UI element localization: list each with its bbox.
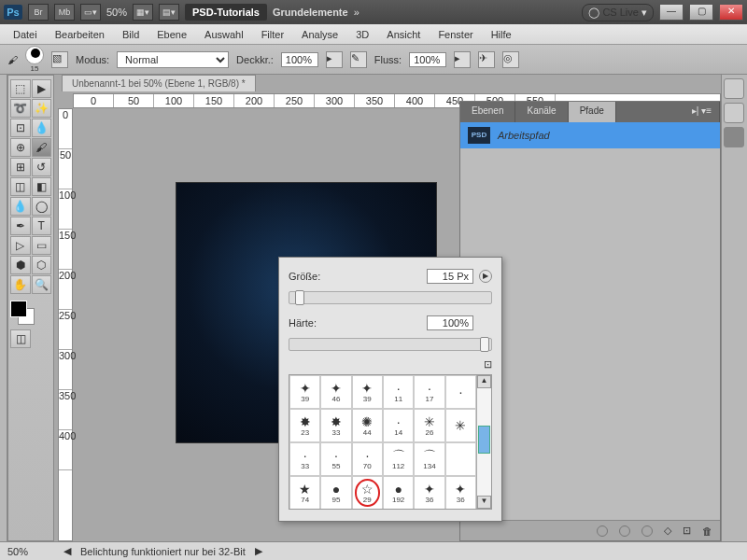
arrange-btn[interactable]: ▦▾	[133, 4, 153, 21]
fill-path-icon[interactable]	[597, 525, 608, 537]
document-tab[interactable]: Unbenannt-1 bei 50% (Ebene 1, RGB/8) *	[62, 75, 256, 91]
brush-preset[interactable]: ✦36	[414, 476, 444, 509]
menu-analyse[interactable]: Analyse	[294, 26, 345, 43]
dock-icon-1[interactable]	[724, 78, 744, 99]
brush-preset[interactable]: ·11	[383, 375, 414, 409]
size-input[interactable]	[427, 269, 473, 284]
menu-hilfe[interactable]: Hilfe	[484, 26, 519, 43]
brush-preset[interactable]: ·55	[320, 442, 351, 476]
status-arrow-right[interactable]: ▶	[255, 545, 262, 557]
menu-bild[interactable]: Bild	[115, 26, 147, 43]
scroll-up[interactable]: ▲	[477, 375, 491, 388]
gradient-tool[interactable]: ◧	[32, 177, 52, 196]
delete-path-icon[interactable]: 🗑	[702, 525, 712, 537]
stroke-path-icon[interactable]	[619, 525, 630, 537]
type-tool[interactable]: T	[32, 217, 52, 235]
brush-tool[interactable]: 🖌	[32, 138, 52, 157]
path-select-tool[interactable]: ▷	[10, 236, 31, 255]
brush-preset[interactable]: ⌒134	[414, 442, 444, 476]
dock-icon-2[interactable]	[724, 103, 744, 123]
deckkr-arrow[interactable]: ▸	[326, 51, 343, 68]
crop-tool[interactable]: ⊡	[10, 119, 31, 137]
dodge-tool[interactable]: ◯	[32, 197, 52, 216]
tablet-pressure-opacity[interactable]: ✎	[350, 51, 367, 68]
menu-bearbeiten[interactable]: Bearbeiten	[48, 26, 112, 43]
status-zoom[interactable]: 50%	[7, 546, 54, 557]
blur-tool[interactable]: 💧	[10, 197, 31, 216]
fluss-input[interactable]	[409, 52, 446, 67]
deckkr-input[interactable]	[281, 52, 318, 67]
fluss-arrow[interactable]: ▸	[454, 51, 471, 68]
brush-preset[interactable]: ✦46	[320, 375, 351, 409]
brush-preset[interactable]: ·33	[289, 442, 320, 476]
stamp-tool[interactable]: ⊞	[10, 158, 31, 176]
color-swatches[interactable]	[10, 301, 35, 325]
zoom-tool[interactable]: 🔍	[32, 275, 52, 294]
modus-select[interactable]: Normal	[117, 51, 229, 68]
tab-pfade[interactable]: Pfade	[569, 102, 616, 122]
hand-tool[interactable]: ✋	[10, 275, 31, 294]
pen-tool[interactable]: ✒	[10, 217, 31, 235]
screen-mode-btn[interactable]: ▭▾	[80, 4, 101, 21]
tab-ebenen[interactable]: Ebenen	[460, 102, 515, 122]
brush-preset[interactable]: ☆29	[352, 476, 383, 509]
workspace-grundelemente[interactable]: Grundelemente	[273, 7, 348, 18]
new-path-icon[interactable]: ⊡	[683, 525, 691, 537]
brush-preview[interactable]	[25, 46, 44, 64]
path-item[interactable]: PSD Arbeitspfad	[460, 122, 720, 148]
mb-btn[interactable]: Mb	[54, 4, 75, 21]
selection-from-path-icon[interactable]	[641, 525, 653, 537]
brush-preset[interactable]: ✦39	[352, 375, 383, 409]
lasso-tool[interactable]: ➰	[10, 99, 31, 118]
brush-preset[interactable]: ★74	[289, 476, 320, 509]
brush-preset[interactable]: ●192	[383, 476, 414, 509]
hardness-input[interactable]	[427, 315, 473, 330]
brush-preset[interactable]: ✦36	[445, 476, 476, 509]
wand-tool[interactable]: ✨	[32, 99, 52, 118]
quickmask-toggle[interactable]: ◫	[10, 329, 31, 348]
status-arrow-left[interactable]: ◀	[63, 545, 71, 557]
heal-tool[interactable]: ⊕	[10, 138, 31, 157]
menu-auswahl[interactable]: Auswahl	[197, 26, 251, 43]
brush-preset[interactable]	[445, 442, 476, 476]
brush-preset[interactable]: ·14	[383, 409, 414, 442]
move-tool[interactable]: ⬚	[10, 79, 31, 98]
brush-scrollbar[interactable]: ▲ ▼	[476, 375, 491, 509]
new-preset-icon[interactable]: ⊡	[484, 358, 492, 370]
dock-icon-3[interactable]	[724, 127, 744, 147]
brush-preset[interactable]: ✸33	[320, 409, 351, 442]
3d-camera-tool[interactable]: ⬡	[32, 256, 52, 274]
br-btn[interactable]: Br	[28, 4, 49, 21]
eyedropper-tool[interactable]: 💧	[32, 119, 52, 137]
menu-filter[interactable]: Filter	[254, 26, 291, 43]
hardness-slider[interactable]	[289, 338, 492, 351]
airbrush-toggle[interactable]: ✈	[478, 51, 495, 68]
eraser-tool[interactable]: ◫	[10, 177, 31, 196]
brush-preset[interactable]: ●95	[320, 476, 351, 509]
chevron-more[interactable]: »	[354, 7, 359, 18]
path-to-selection-icon[interactable]: ◇	[664, 525, 671, 537]
zoom-label[interactable]: 50%	[106, 7, 127, 18]
brush-preset[interactable]: ·17	[414, 375, 444, 409]
cs-live[interactable]: ◯ CS Live ▾	[582, 4, 654, 21]
3d-tool[interactable]: ⬢	[10, 256, 31, 274]
shape-tool[interactable]: ▭	[32, 236, 52, 255]
menu-datei[interactable]: Datei	[6, 26, 45, 43]
brush-preset[interactable]: ✳	[445, 409, 476, 442]
menu-ebene[interactable]: Ebene	[149, 26, 194, 43]
brush-panel-toggle[interactable]: ▧	[51, 51, 68, 68]
brush-preset[interactable]: ·	[445, 375, 476, 409]
menu-ansicht[interactable]: Ansicht	[379, 26, 428, 43]
history-brush-tool[interactable]: ↺	[32, 158, 52, 176]
menu-3d[interactable]: 3D	[348, 26, 376, 43]
brush-preset[interactable]: ⌒112	[383, 442, 414, 476]
maximize-button[interactable]: ▢	[689, 4, 713, 21]
marquee-tool[interactable]: ▶	[32, 79, 52, 98]
brush-preset[interactable]: ✦39	[289, 375, 320, 409]
close-button[interactable]: ✕	[719, 4, 743, 21]
size-slider[interactable]	[289, 291, 492, 304]
panel-menu[interactable]: ▸| ▾≡	[684, 102, 720, 122]
size-flyout[interactable]: ▶	[479, 270, 492, 283]
tab-kanaele[interactable]: Kanäle	[515, 102, 568, 122]
workspace-psd-tutorials[interactable]: PSD-Tutorials	[185, 4, 267, 21]
